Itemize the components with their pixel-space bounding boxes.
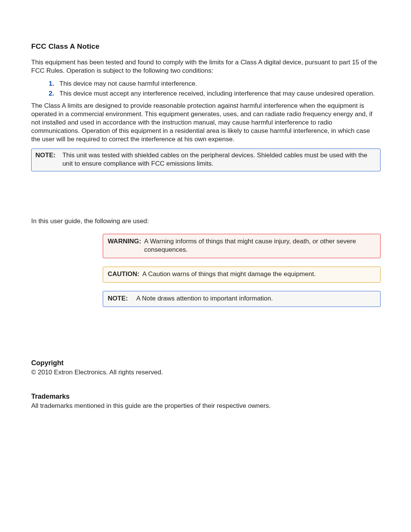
copyright-text: © 2010 Extron Electronics. All rights re… <box>31 368 381 377</box>
note-text: A Note draws attention to important info… <box>136 294 376 303</box>
list-number: 1. <box>49 80 54 88</box>
fcc-conditions-list: 1.This device may not cause harmful inte… <box>31 80 381 98</box>
note-label: NOTE: <box>35 151 56 168</box>
list-number: 2. <box>49 89 54 98</box>
list-item: 1.This device may not cause harmful inte… <box>51 80 381 88</box>
caution-label: CAUTION: <box>108 270 139 278</box>
warning-text: A Warning informs of things that might c… <box>144 237 376 254</box>
fcc-intro-paragraph: This equipment has been tested and found… <box>31 58 381 75</box>
trademarks-section: Trademarks All trademarks mentioned in t… <box>31 392 381 410</box>
copyright-section: Copyright © 2010 Extron Electronics. All… <box>31 359 381 377</box>
list-item-text: This device may not cause harmful interf… <box>59 80 197 87</box>
legend-intro-paragraph: In this user guide, the following are us… <box>31 217 381 225</box>
legend-block: WARNING: A Warning informs of things tha… <box>103 234 381 307</box>
fcc-notice-heading: FCC Class A Notice <box>31 42 381 51</box>
note-label: NOTE: <box>108 294 128 303</box>
warning-callout: WARNING: A Warning informs of things tha… <box>103 234 381 258</box>
warning-label: WARNING: <box>108 237 141 254</box>
trademarks-text: All trademarks mentioned in this guide a… <box>31 402 381 410</box>
caution-callout: CAUTION: A Caution warns of things that … <box>103 267 381 283</box>
note-callout: NOTE: A Note draws attention to importan… <box>103 291 381 307</box>
list-item-text: This device must accept any interference… <box>59 90 375 97</box>
copyright-heading: Copyright <box>31 359 381 367</box>
fcc-body-paragraph: The Class A limits are designed to provi… <box>31 102 381 144</box>
trademarks-heading: Trademarks <box>31 392 381 401</box>
caution-text: A Caution warns of things that might dam… <box>142 270 376 278</box>
fcc-note-callout: NOTE: This unit was tested with shielded… <box>31 149 381 171</box>
list-item: 2.This device must accept any interferen… <box>51 89 381 98</box>
note-text: This unit was tested with shielded cable… <box>62 151 376 168</box>
